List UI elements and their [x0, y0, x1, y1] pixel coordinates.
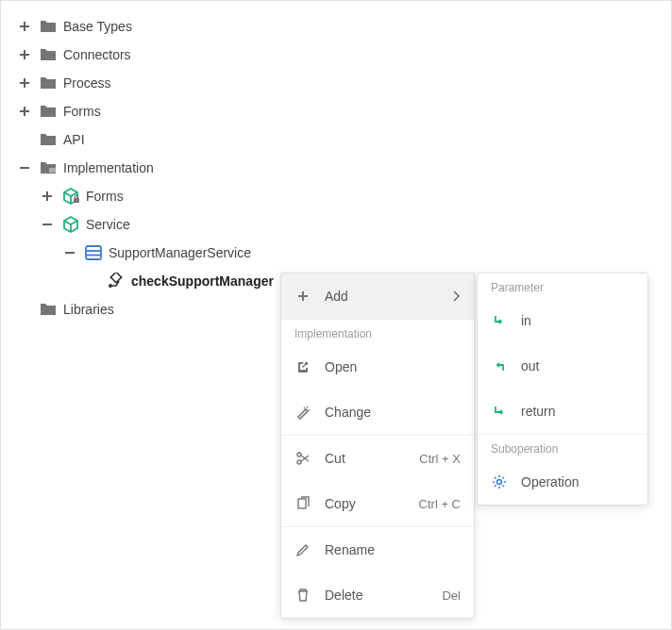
- svg-point-6: [109, 284, 112, 288]
- copy-icon: [294, 495, 311, 512]
- submenu-item-return[interactable]: return: [478, 389, 647, 434]
- submenu-item-operation[interactable]: Operation: [478, 459, 647, 505]
- menu-label: Open: [325, 359, 461, 374]
- wand-icon: [294, 404, 311, 421]
- operation-icon: [107, 272, 126, 290]
- svg-point-10: [497, 480, 502, 485]
- svg-rect-5: [110, 273, 121, 283]
- folder-impl-icon: [39, 158, 58, 177]
- menu-label: Operation: [521, 474, 634, 489]
- context-menu: Add Implementation Open Change Cut Ctrl …: [280, 273, 475, 619]
- svg-rect-2: [86, 246, 101, 259]
- tree-label: Base Types: [63, 19, 132, 34]
- menu-label: Copy: [325, 496, 406, 511]
- svg-point-7: [297, 460, 301, 464]
- menu-label: return: [521, 404, 634, 419]
- tree-label: Service: [86, 217, 130, 232]
- expand-icon[interactable]: [16, 46, 33, 63]
- collapse-icon[interactable]: [39, 216, 56, 233]
- gear-icon: [491, 473, 508, 490]
- submenu-section-parameter: Parameter: [478, 274, 647, 298]
- arrow-return-icon: [491, 403, 508, 420]
- arrow-in-icon: [491, 312, 508, 329]
- menu-item-add[interactable]: Add: [281, 274, 474, 319]
- package-icon: [61, 215, 80, 234]
- tree-item-impl-forms[interactable]: Forms: [8, 182, 664, 210]
- tree-label: Connectors: [63, 47, 131, 62]
- menu-shortcut: Ctrl + X: [419, 452, 461, 466]
- tree-item-support-manager-service[interactable]: SupportManagerService: [8, 239, 664, 267]
- folder-icon: [39, 102, 58, 121]
- menu-label: in: [521, 313, 634, 328]
- plus-icon: [294, 288, 311, 305]
- tree-panel: Base Types Connectors Process: [0, 0, 672, 630]
- tree-item-implementation[interactable]: Implementation: [8, 154, 664, 182]
- folder-icon: [39, 130, 58, 149]
- tree-item-base-types[interactable]: Base Types: [8, 12, 664, 41]
- menu-shortcut: Ctrl + C: [419, 497, 461, 511]
- expand-icon[interactable]: [16, 18, 33, 35]
- svg-rect-1: [74, 198, 79, 203]
- folder-icon: [39, 300, 58, 319]
- folder-icon: [39, 17, 58, 36]
- chevron-right-icon: [453, 290, 461, 302]
- service-icon: [84, 243, 103, 262]
- pencil-icon: [294, 541, 311, 558]
- tree-label: Process: [63, 75, 111, 91]
- cut-icon: [294, 450, 311, 467]
- folder-icon: [39, 74, 58, 92]
- menu-section-implementation: Implementation: [281, 319, 474, 344]
- expand-icon[interactable]: [16, 103, 33, 120]
- menu-label: Rename: [325, 542, 461, 557]
- package-lock-icon: [61, 187, 80, 206]
- menu-item-change[interactable]: Change: [281, 390, 474, 435]
- add-submenu: Parameter in out return Suboperation Ope…: [477, 273, 648, 506]
- expand-icon[interactable]: [16, 75, 33, 91]
- menu-shortcut: Del: [442, 589, 461, 603]
- svg-rect-9: [298, 499, 306, 508]
- tree-label: Implementation: [63, 160, 154, 175]
- svg-point-8: [297, 453, 301, 456]
- tree-item-forms[interactable]: Forms: [8, 97, 664, 125]
- tree-label: SupportManagerService: [109, 245, 251, 260]
- tree-item-connectors[interactable]: Connectors: [8, 41, 664, 69]
- tree-item-api[interactable]: API: [8, 125, 664, 154]
- tree-label: Libraries: [63, 302, 114, 317]
- submenu-section-suboperation: Suboperation: [478, 434, 647, 459]
- tree-item-service[interactable]: Service: [8, 210, 664, 239]
- tree-label: API: [63, 132, 85, 147]
- tree-label: Forms: [63, 104, 101, 119]
- menu-item-copy[interactable]: Copy Ctrl + C: [281, 481, 474, 526]
- folder-icon: [39, 45, 58, 64]
- expand-icon[interactable]: [39, 188, 56, 205]
- submenu-item-in[interactable]: in: [478, 298, 647, 343]
- menu-item-cut[interactable]: Cut Ctrl + X: [281, 436, 474, 481]
- arrow-out-icon: [491, 357, 508, 374]
- menu-label: Cut: [325, 451, 406, 466]
- open-icon: [294, 358, 311, 375]
- menu-label: out: [521, 358, 634, 373]
- collapse-icon[interactable]: [16, 159, 33, 176]
- menu-label: Change: [325, 405, 461, 420]
- menu-label: Add: [325, 289, 440, 304]
- menu-label: Delete: [325, 588, 428, 603]
- submenu-item-out[interactable]: out: [478, 343, 647, 389]
- tree-label: Forms: [86, 189, 124, 204]
- trash-icon: [294, 587, 311, 604]
- menu-item-open[interactable]: Open: [281, 344, 474, 390]
- menu-item-rename[interactable]: Rename: [281, 527, 474, 572]
- menu-item-delete[interactable]: Delete Del: [281, 572, 474, 618]
- svg-rect-0: [49, 168, 56, 173]
- tree-item-process[interactable]: Process: [8, 69, 664, 97]
- collapse-icon[interactable]: [61, 244, 78, 261]
- tree-label: checkSupportManager: [131, 274, 274, 289]
